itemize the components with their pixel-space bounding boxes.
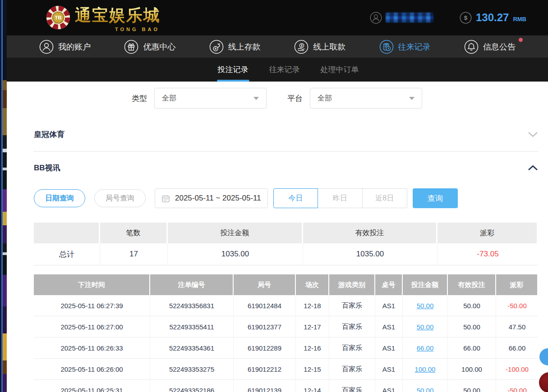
cell-table-no: AS1 xyxy=(375,380,403,392)
main-nav: 我的账户 优惠中心 xyxy=(7,35,548,58)
cell-order-no: 522493355411 xyxy=(150,316,234,337)
nav-label: 信息公告 xyxy=(483,41,516,52)
type-select[interactable]: 全部 xyxy=(154,88,267,109)
search-button[interactable]: 查询 xyxy=(413,188,458,208)
content: 类型 全部 平台 全部 皇冠体育 BB视讯 xyxy=(7,82,548,392)
cell-valid-bet: 66.00 xyxy=(448,337,496,359)
user-account[interactable] xyxy=(370,12,433,24)
nav-label: 优惠中心 xyxy=(143,41,175,52)
bet-records-table: 下注时间 注单编号 局号 场次 游戏类别 桌号 投注金额 有效投注 派彩 202… xyxy=(34,274,538,392)
platform-select-value: 全部 xyxy=(318,94,332,103)
cell-bet-time: 2025-05-11 06:26:33 xyxy=(34,337,150,359)
section-crown-sports[interactable]: 皇冠体育 xyxy=(34,119,538,151)
summary-header-count: 笔数 xyxy=(100,223,168,243)
col-header-valid-bet: 有效投注 xyxy=(448,274,496,295)
date-range-input[interactable]: 2025-05-11 ~ 2025-05-11 xyxy=(155,188,268,208)
col-header-bet-time: 下注时间 xyxy=(34,274,150,295)
cell-bet-time: 2025-05-11 06:27:39 xyxy=(34,295,150,316)
casino-chip-icon: TB xyxy=(45,5,71,31)
section-title: BB视讯 xyxy=(34,163,60,173)
site-logo[interactable]: TB 通宝娱乐城 TONG BAO xyxy=(45,5,161,31)
bet-amount-link[interactable]: 100.00 xyxy=(415,365,436,373)
cell-session: 12-17 xyxy=(296,316,329,337)
chevron-down-icon xyxy=(253,97,259,100)
nav-label: 线上存款 xyxy=(228,41,261,52)
nav-item-deposit[interactable]: 线上存款 xyxy=(209,40,261,54)
user-icon xyxy=(39,40,54,54)
nav-item-my-account[interactable]: 我的账户 xyxy=(39,40,91,54)
date-range-value: 2025-05-11 ~ 2025-05-11 xyxy=(175,194,261,203)
query-controls: 日期查询 局号查询 2025-05-11 ~ 2025-05-11 今日 xyxy=(34,188,538,208)
type-filter-label: 类型 xyxy=(132,93,147,104)
section-bb-video[interactable]: BB视讯 xyxy=(34,152,538,185)
summary-payout: -73.05 xyxy=(437,243,538,265)
calendar-icon xyxy=(161,194,170,203)
bet-amount-link[interactable]: 50.00 xyxy=(417,387,434,392)
user-avatar-icon xyxy=(370,12,382,24)
summary-valid-bet: 1035.00 xyxy=(303,243,437,265)
records-icon xyxy=(379,40,394,54)
tab-bet-records[interactable]: 投注记录 xyxy=(218,58,249,82)
cell-round-no: 619012289 xyxy=(234,337,296,359)
last-8-days-button[interactable]: 近8日 xyxy=(363,188,407,208)
cell-game-type: 百家乐 xyxy=(329,359,375,380)
cell-order-no: 522493352186 xyxy=(150,380,234,392)
cell-payout: 47.50 xyxy=(496,316,538,337)
summary-header-bet-amount: 投注金额 xyxy=(168,223,303,243)
quick-date-group: 今日 昨日 近8日 xyxy=(273,188,407,208)
date-query-button[interactable]: 日期查询 xyxy=(34,189,85,207)
cell-order-no: 522493354361 xyxy=(150,337,234,359)
cell-round-no: 619012139 xyxy=(234,380,296,392)
cell-table-no: AS1 xyxy=(375,337,403,359)
bet-amount-link[interactable]: 66.00 xyxy=(417,344,434,352)
nav-item-transaction-records[interactable]: 往来记录 xyxy=(379,40,431,54)
nav-item-announcements[interactable]: 信息公告 xyxy=(464,40,516,54)
cell-session: 12-16 xyxy=(296,337,329,359)
platform-select[interactable]: 全部 xyxy=(310,88,422,109)
cell-round-no: 619012484 xyxy=(234,295,296,316)
cell-bet-time: 2025-05-11 06:26:00 xyxy=(34,359,150,380)
chevron-up-icon xyxy=(528,165,538,171)
balance-amount: 130.27 xyxy=(476,11,509,24)
filters-row: 类型 全部 平台 全部 xyxy=(34,88,520,109)
tab-transaction-records[interactable]: 往来记录 xyxy=(269,58,300,82)
cell-game-type: 百家乐 xyxy=(329,337,375,359)
withdraw-icon xyxy=(294,40,309,54)
cell-payout: -50.00 xyxy=(496,295,538,316)
dollar-coin-icon: $ xyxy=(460,12,472,24)
cell-order-no: 522493356831 xyxy=(150,295,234,316)
nav-item-withdraw[interactable]: 线上取款 xyxy=(294,40,345,54)
cell-table-no: AS1 xyxy=(375,295,403,316)
bet-amount-link[interactable]: 50.00 xyxy=(417,323,434,331)
cell-round-no: 619012377 xyxy=(234,316,296,337)
chevron-down-icon xyxy=(528,132,538,137)
yesterday-button[interactable]: 昨日 xyxy=(318,188,363,208)
today-button[interactable]: 今日 xyxy=(273,188,318,208)
summary-table: 笔数 投注金额 有效投注 派彩 总计 17 1035.00 1035.00 -7… xyxy=(34,223,538,265)
app-window: TB 通宝娱乐城 TONG BAO xyxy=(7,0,548,392)
col-header-bet-amount: 投注金额 xyxy=(403,274,448,295)
cell-game-type: 百家乐 xyxy=(329,380,375,392)
cell-order-no: 522493353275 xyxy=(150,359,234,380)
logo-subtitle: TONG BAO xyxy=(115,27,160,32)
cell-table-no: AS1 xyxy=(375,359,403,380)
logo-text: 通宝娱乐城 TONG BAO xyxy=(75,5,161,31)
col-header-game-type: 游戏类别 xyxy=(329,274,375,295)
background-window-strip xyxy=(0,0,7,392)
cell-payout: -100.00 xyxy=(496,359,538,380)
cell-table-no: AS1 xyxy=(375,316,403,337)
bet-amount-link[interactable]: 50.00 xyxy=(417,302,434,310)
header-right: $ 130.27 RMB xyxy=(370,0,526,35)
cell-bet-time: 2025-05-11 06:25:31 xyxy=(34,380,150,392)
cell-session: 12-14 xyxy=(296,380,329,392)
cell-payout: -50.00 xyxy=(496,380,538,392)
summary-count: 17 xyxy=(100,243,168,265)
gift-icon xyxy=(124,40,138,54)
tab-pending-orders[interactable]: 处理中订单 xyxy=(321,58,359,82)
record-tab-bar: 投注记录 往来记录 处理中订单 xyxy=(7,58,548,82)
bell-icon xyxy=(464,40,479,54)
round-query-button[interactable]: 局号查询 xyxy=(94,189,146,207)
nav-item-promotions[interactable]: 优惠中心 xyxy=(124,40,175,54)
svg-text:TB: TB xyxy=(55,14,61,20)
summary-header-empty xyxy=(34,223,100,243)
